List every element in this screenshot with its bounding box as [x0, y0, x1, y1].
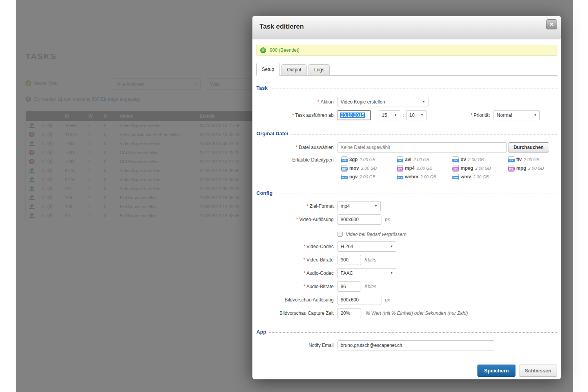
field-vergroessern: Video bei Bedarf vergrössern [256, 229, 407, 240]
hour-select[interactable]: 15 [379, 110, 400, 120]
file-icon: MOV [341, 165, 347, 172]
field-video-codec: *Video-Codec H.264 [256, 241, 396, 252]
field-bildvorschau-capture: Bildvorschau Capture Zeit 20% % Wert (mi… [256, 308, 468, 318]
close-icon[interactable]: ✕ [546, 19, 557, 29]
filetype-item: AVIavi2.00 GB [397, 155, 453, 164]
filetype-size: 2.00 GB [417, 166, 432, 171]
close-button[interactable]: Schliessen [519, 365, 557, 377]
file-icon: FLV [508, 156, 514, 163]
filetype-item: WMVwmv2.00 GB [453, 172, 508, 181]
filetype-ext: mp4 [405, 165, 415, 171]
filetype-item: MOVmov2.00 GB [341, 164, 397, 172]
status-text: 900 (Beendet) [270, 47, 299, 53]
minute-select[interactable]: 10 [406, 110, 426, 120]
field-video-aufloesung: *Video-Auflösung 800x600 px [256, 214, 390, 225]
filetype-grid: 3GP3gp2.00 GBAVIavi2.00 GBDVdv2.00 GBFLV… [341, 155, 561, 181]
vergroessern-label: Video bei Bedarf vergrössern [346, 232, 407, 237]
file-icon: MP4 [397, 165, 403, 172]
datei-label: Datei auswählen [299, 145, 334, 150]
video-bitrate-input[interactable]: 900 [338, 255, 361, 265]
vergroessern-checkbox[interactable] [338, 232, 343, 237]
file-icon: AVI [397, 156, 403, 163]
dialog-header: Task editieren ✕ [252, 16, 561, 38]
date-input[interactable]: 23.10.2015 [338, 110, 371, 120]
field-dateitypen: Erlaubte Dateitypen [256, 154, 338, 165]
filetype-item: FLVflv2.00 GB [508, 155, 564, 164]
notify-email-input[interactable]: bruno.grutsch@escapenet.ch [338, 340, 494, 350]
audio-bitrate-input[interactable]: 96 [338, 281, 361, 292]
filetype-ext: webm [405, 174, 418, 180]
filetype-item: MPEmpeg2.00 GB [453, 164, 508, 172]
filetype-ext: mpeg [461, 165, 473, 171]
filetype-ext: avi [405, 157, 412, 162]
filetype-size: 2.00 GB [359, 174, 375, 179]
file-icon: DV [453, 156, 459, 163]
filetype-ext: 3gp [349, 157, 358, 162]
section-config: Config [256, 190, 557, 196]
tab-bar: Setup Output Logs [256, 63, 557, 76]
aktion-label: Aktion [321, 99, 334, 105]
section-task: Task [256, 85, 557, 91]
aktion-value: Video Kopie erstellen [341, 99, 385, 105]
field-notify-email: Notify Email bruno.grutsch@escapenet.ch [256, 340, 494, 350]
tab-setup[interactable]: Setup [256, 63, 279, 76]
filetype-ext: ogv [349, 174, 358, 180]
audio-codec-select[interactable]: FAAC [338, 268, 396, 278]
filetype-item: MP4mp42.00 GB [397, 164, 453, 172]
filetype-size: 2.00 GB [414, 157, 429, 162]
bildvorschau-capture-input[interactable]: 20% [338, 308, 361, 318]
tab-logs[interactable]: Logs [309, 64, 330, 76]
browse-button[interactable]: Durchsuchen [508, 142, 549, 152]
section-orginal-datei: Orginal Datei [256, 131, 557, 136]
screen: TASKS + Neuer Task Alle Aktionen ▼ Web i… [0, 0, 588, 392]
field-ausfuehren: *Task ausführen ab 23.10.2015 15 : 10 * … [256, 110, 540, 120]
bildvorschau-aufloesung-input[interactable]: 800x600 [338, 295, 381, 305]
field-audio-bitrate: *Audio-Bitrate 96 Kbit/s [256, 281, 376, 292]
prioritaet-label: Priorität [474, 113, 490, 118]
video-codec-select[interactable]: H.264 [338, 241, 396, 252]
file-icon: 3GP [341, 156, 347, 163]
file-icon: MPG [508, 165, 514, 172]
tab-output[interactable]: Output [281, 64, 307, 76]
field-video-bitrate: *Video-Bitrate 900 Kbit/s [256, 254, 376, 265]
status-banner: ✓ 900 (Beendet) [256, 45, 557, 56]
filetype-size: 2.00 GB [468, 157, 484, 162]
file-icon: OGV [341, 174, 347, 180]
aktion-select[interactable]: Video Kopie erstellen [338, 97, 428, 107]
footer-divider [256, 362, 557, 362]
ziel-format-select[interactable]: mp4 [338, 201, 381, 211]
filetype-item: MPGmpg2.00 GB [508, 164, 564, 172]
file-icon: MPE [453, 165, 459, 172]
filetype-size: 2.00 GB [524, 157, 539, 162]
filetype-ext: wmv [461, 174, 471, 180]
filetype-ext: flv [516, 157, 522, 162]
field-audio-codec: *Audio-Codec FAAC [256, 268, 396, 278]
date-value-selected: 23.10.2015 [340, 113, 365, 118]
filetype-ext: dv [461, 157, 466, 162]
file-icon: WMV [453, 174, 459, 180]
check-icon: ✓ [260, 47, 266, 53]
filetype-item: DVdv2.00 GB [453, 155, 508, 164]
prioritaet-select[interactable]: Normal [494, 110, 540, 120]
section-app: App [256, 329, 557, 335]
filetype-item: WEBwebm2.00 GB [397, 172, 453, 181]
filetype-item: 3GP3gp2.00 GB [341, 155, 397, 164]
field-aktion: *Aktion Video Kopie erstellen [256, 96, 428, 107]
dialog-title: Task editieren [260, 23, 304, 31]
field-datei: *Datei auswählen Keine Datei ausgewählt … [256, 142, 549, 152]
filetype-ext: mpg [516, 165, 526, 171]
file-input[interactable]: Keine Datei ausgewählt [338, 142, 507, 152]
ausfuehren-label: Task ausführen ab [295, 113, 334, 118]
field-bildvorschau-aufloesung: Bildvorschau Auflösung 800x600 px [256, 294, 390, 305]
file-icon: WEB [397, 174, 403, 180]
field-ziel-format: *Ziel-Format mp4 [256, 201, 381, 211]
filetype-size: 2.00 GB [475, 166, 491, 171]
filetype-size: 2.00 GB [420, 174, 436, 179]
task-edit-dialog: Task editieren ✕ ✓ 900 (Beendet) Setup O… [252, 16, 561, 379]
save-button[interactable]: Speichern [477, 365, 515, 377]
filetype-ext: mov [349, 165, 359, 171]
video-aufloesung-input[interactable]: 800x600 [338, 214, 381, 225]
filetype-size: 2.00 GB [473, 174, 489, 179]
filetype-item: OGVogv2.00 GB [341, 172, 397, 181]
time-separator: : [403, 113, 404, 118]
